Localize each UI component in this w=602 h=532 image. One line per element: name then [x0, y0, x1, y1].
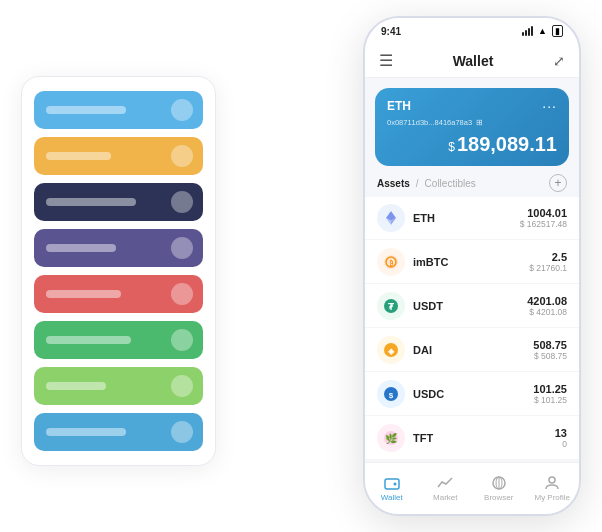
asset-row-tft[interactable]: 🌿 TFT 13 0 — [365, 417, 579, 460]
bottom-nav-browser-label: Browser — [484, 493, 513, 502]
browser-icon — [491, 475, 507, 491]
asset-amounts-usdt: 4201.08 $ 4201.08 — [527, 295, 567, 317]
phone-content: ETH ··· 0x08711d3b...8416a78a3 ⊞ $189,08… — [365, 78, 579, 462]
nav-bar: ☰ Wallet ⤢ — [365, 44, 579, 78]
usdc-icon: $ — [377, 380, 405, 408]
usdt-icon: ₮ — [377, 292, 405, 320]
svg-text:₮: ₮ — [388, 302, 395, 312]
asset-amounts-dai: 508.75 $ 508.75 — [533, 339, 567, 361]
bottom-nav-profile-label: My Profile — [534, 493, 570, 502]
eth-card-title: ETH — [387, 99, 411, 113]
list-item[interactable] — [34, 183, 203, 221]
asset-amounts-eth: 1004.01 $ 162517.48 — [520, 207, 567, 229]
svg-text:$: $ — [389, 391, 394, 400]
eth-balance: $189,089.11 — [387, 133, 557, 156]
asset-row-eth[interactable]: ETH 1004.01 $ 162517.48 — [365, 197, 579, 240]
asset-row-usdc[interactable]: $ USDC 101.25 $ 101.25 — [365, 373, 579, 416]
tft-icon: 🌿 — [377, 424, 405, 452]
asset-usd-usdt: $ 4201.08 — [527, 307, 567, 317]
page-title: Wallet — [453, 53, 494, 69]
eth-card[interactable]: ETH ··· 0x08711d3b...8416a78a3 ⊞ $189,08… — [375, 88, 569, 166]
expand-icon[interactable]: ⤢ — [553, 53, 565, 69]
asset-amounts-usdc: 101.25 $ 101.25 — [533, 383, 567, 405]
asset-amount-dai: 508.75 — [533, 339, 567, 351]
bottom-nav-browser[interactable]: Browser — [472, 475, 526, 502]
tab-divider: / — [416, 178, 419, 189]
asset-name-dai: DAI — [413, 344, 533, 356]
copy-icon[interactable]: ⊞ — [476, 118, 483, 127]
imbtc-icon: ₿ — [377, 248, 405, 276]
asset-amount-usdc: 101.25 — [533, 383, 567, 395]
tab-assets[interactable]: Assets — [377, 178, 410, 189]
phone-frame: 9:41 ▲ ▮ ☰ Wallet ⤢ ETH — [363, 16, 581, 516]
list-item[interactable] — [34, 91, 203, 129]
svg-text:◈: ◈ — [387, 347, 395, 356]
svg-text:🌿: 🌿 — [385, 432, 398, 445]
asset-usd-imbtc: $ 21760.1 — [529, 263, 567, 273]
asset-usd-eth: $ 162517.48 — [520, 219, 567, 229]
asset-amount-imbtc: 2.5 — [529, 251, 567, 263]
svg-rect-14 — [385, 479, 399, 489]
asset-amount-eth: 1004.01 — [520, 207, 567, 219]
asset-name-usdt: USDT — [413, 300, 527, 312]
assets-header: Assets / Collectibles + — [365, 166, 579, 196]
svg-text:₿: ₿ — [389, 259, 393, 267]
svg-point-15 — [393, 483, 396, 486]
bottom-nav-wallet[interactable]: Wallet — [365, 475, 419, 502]
tab-collectibles[interactable]: Collectibles — [425, 178, 476, 189]
list-item[interactable] — [34, 321, 203, 359]
assets-list: ETH 1004.01 $ 162517.48 ₿ imBTC 2.5 $ 21… — [365, 197, 579, 460]
eth-address: 0x08711d3b...8416a78a3 ⊞ — [387, 118, 557, 127]
bottom-nav: Wallet Market Browser My Profile — [365, 462, 579, 514]
wallet-icon — [384, 475, 400, 491]
profile-icon — [544, 475, 560, 491]
asset-usd-tft: 0 — [555, 439, 567, 449]
asset-amount-usdt: 4201.08 — [527, 295, 567, 307]
status-icons: ▲ ▮ — [522, 25, 563, 37]
asset-usd-dai: $ 508.75 — [533, 351, 567, 361]
asset-name-eth: ETH — [413, 212, 520, 224]
asset-name-usdc: USDC — [413, 388, 533, 400]
dai-icon: ◈ — [377, 336, 405, 364]
asset-amounts-tft: 13 0 — [555, 427, 567, 449]
eth-more-icon[interactable]: ··· — [542, 98, 557, 114]
svg-point-19 — [549, 477, 555, 483]
card-stack — [21, 76, 216, 466]
scene: 9:41 ▲ ▮ ☰ Wallet ⤢ ETH — [21, 16, 581, 516]
bottom-nav-market-label: Market — [433, 493, 457, 502]
wifi-icon: ▲ — [538, 26, 547, 36]
list-item[interactable] — [34, 413, 203, 451]
asset-amounts-imbtc: 2.5 $ 21760.1 — [529, 251, 567, 273]
asset-row-imbtc[interactable]: ₿ imBTC 2.5 $ 21760.1 — [365, 241, 579, 284]
asset-row-dai[interactable]: ◈ DAI 508.75 $ 508.75 — [365, 329, 579, 372]
battery-icon: ▮ — [552, 25, 563, 37]
signal-icon — [522, 26, 533, 36]
eth-icon — [377, 204, 405, 232]
bottom-nav-wallet-label: Wallet — [381, 493, 403, 502]
bottom-nav-profile[interactable]: My Profile — [526, 475, 580, 502]
status-time: 9:41 — [381, 26, 401, 37]
list-item[interactable] — [34, 229, 203, 267]
asset-name-imbtc: imBTC — [413, 256, 529, 268]
asset-name-tft: TFT — [413, 432, 555, 444]
list-item[interactable] — [34, 137, 203, 175]
add-asset-button[interactable]: + — [549, 174, 567, 192]
asset-usd-usdc: $ 101.25 — [533, 395, 567, 405]
market-icon — [437, 475, 453, 491]
assets-tabs: Assets / Collectibles — [377, 178, 476, 189]
menu-icon[interactable]: ☰ — [379, 51, 393, 70]
status-bar: 9:41 ▲ ▮ — [365, 18, 579, 44]
bottom-nav-market[interactable]: Market — [419, 475, 473, 502]
asset-amount-tft: 13 — [555, 427, 567, 439]
asset-row-usdt[interactable]: ₮ USDT 4201.08 $ 4201.08 — [365, 285, 579, 328]
list-item[interactable] — [34, 275, 203, 313]
list-item[interactable] — [34, 367, 203, 405]
